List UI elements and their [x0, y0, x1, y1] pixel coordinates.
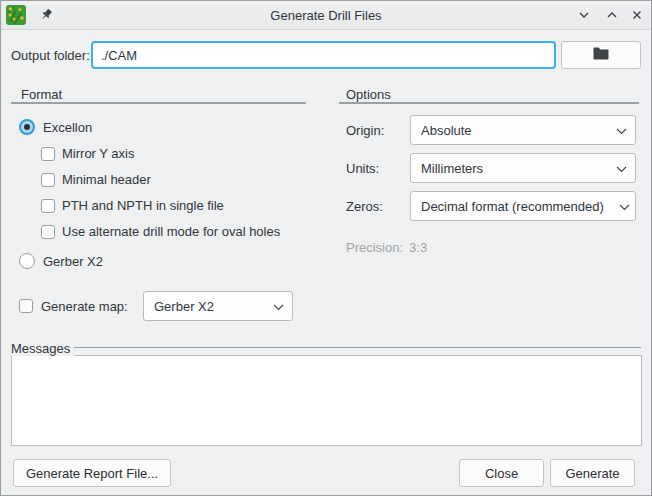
checkbox-alternate-drill-mode[interactable]: Use alternate drill mode for oval holes	[41, 224, 280, 239]
radio-excellon[interactable]: Excellon	[19, 119, 92, 135]
generate-map-row: Generate map: Gerber X2	[19, 291, 293, 321]
precision-label: Precision:	[346, 240, 403, 255]
messages-group-title: Messages	[11, 341, 74, 356]
checkbox-alternate-drill-mode-label: Use alternate drill mode for oval holes	[62, 224, 280, 239]
close-window-button[interactable]	[628, 6, 646, 24]
radio-gerber-x2-label: Gerber X2	[43, 254, 103, 269]
map-format-value: Gerber X2	[154, 299, 214, 314]
origin-label: Origin:	[346, 123, 410, 138]
checkbox-minimal-header-control[interactable]	[41, 173, 55, 187]
radio-excellon-control[interactable]	[19, 119, 35, 135]
folder-icon	[593, 47, 609, 63]
maximize-button[interactable]	[603, 6, 621, 24]
generate-report-file-button[interactable]: Generate Report File...	[13, 459, 171, 487]
chevron-down-icon	[619, 199, 630, 214]
zeros-label: Zeros:	[346, 199, 410, 214]
output-folder-label: Output folder:	[11, 41, 90, 69]
options-group-line	[339, 102, 639, 104]
precision-value: 3:3	[409, 240, 427, 255]
chevron-down-icon	[273, 299, 284, 314]
generate-button[interactable]: Generate	[550, 459, 635, 487]
origin-select[interactable]: Absolute	[410, 115, 636, 145]
checkbox-minimal-header[interactable]: Minimal header	[41, 172, 151, 187]
window-title: Generate Drill Files	[1, 1, 651, 29]
chevron-down-icon	[616, 161, 627, 176]
close-button[interactable]: Close	[459, 459, 544, 487]
units-select[interactable]: Millimeters	[410, 153, 636, 183]
zeros-row: Zeros: Decimal format (recommended)	[346, 191, 636, 221]
generate-drill-files-dialog: Generate Drill Files Output folder: Form…	[0, 0, 652, 496]
units-row: Units: Millimeters	[346, 153, 636, 183]
messages-panel[interactable]	[11, 355, 642, 446]
checkbox-minimal-header-label: Minimal header	[62, 172, 151, 187]
chevron-down-icon	[616, 123, 627, 138]
browse-folder-button[interactable]	[561, 41, 641, 69]
origin-row: Origin: Absolute	[346, 115, 636, 145]
zeros-value: Decimal format (recommended)	[421, 199, 604, 214]
minimize-button[interactable]	[575, 6, 593, 24]
output-folder-input[interactable]	[91, 41, 556, 69]
radio-gerber-x2-control[interactable]	[19, 253, 35, 269]
origin-value: Absolute	[421, 123, 472, 138]
radio-gerber-x2[interactable]: Gerber X2	[19, 253, 103, 269]
checkbox-pth-npth-single-file[interactable]: PTH and NPTH in single file	[41, 198, 224, 213]
checkbox-alternate-drill-mode-control[interactable]	[41, 225, 55, 239]
format-group-line	[11, 102, 306, 104]
checkbox-mirror-y-axis[interactable]: Mirror Y axis	[41, 146, 134, 161]
checkbox-generate-map-control[interactable]	[19, 299, 33, 313]
titlebar[interactable]: Generate Drill Files	[1, 1, 651, 30]
precision-text: Precision: 3:3	[346, 240, 427, 255]
format-group-title: Format	[21, 87, 62, 102]
units-value: Millimeters	[421, 161, 483, 176]
checkbox-pth-npth-single-file-label: PTH and NPTH in single file	[62, 198, 224, 213]
checkbox-pth-npth-single-file-control[interactable]	[41, 199, 55, 213]
units-label: Units:	[346, 161, 410, 176]
map-format-select[interactable]: Gerber X2	[143, 291, 293, 321]
checkbox-mirror-y-axis-control[interactable]	[41, 147, 55, 161]
checkbox-generate-map-label: Generate map:	[41, 299, 135, 314]
radio-excellon-label: Excellon	[43, 120, 92, 135]
checkbox-mirror-y-axis-label: Mirror Y axis	[62, 146, 134, 161]
messages-group-line	[73, 347, 641, 348]
zeros-select[interactable]: Decimal format (recommended)	[410, 191, 636, 221]
options-group-title: Options	[346, 87, 391, 102]
